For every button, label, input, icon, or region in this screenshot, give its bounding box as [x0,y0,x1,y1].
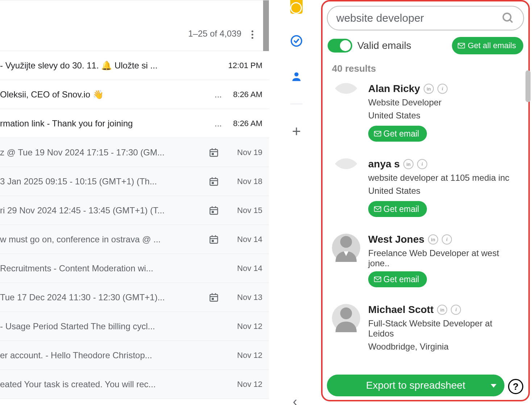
pagination-text: 1–25 of 4,039 [188,29,241,39]
get-email-button[interactable]: Get email [368,201,427,217]
svg-point-27 [503,13,511,21]
email-subject: w must go on, conference in ostrava @ ..… [0,234,207,245]
email-row[interactable]: - Využijte slevy do 30. 11. 🔔 Uložte si … [0,51,269,80]
email-time: 12:01 PM [226,61,262,70]
result-role: Full-Stack Website Developer at Leidos [368,318,519,339]
email-time: 8:26 AM [226,90,262,99]
svg-rect-31 [374,206,381,211]
svg-point-32 [340,236,352,248]
valid-emails-toggle[interactable] [328,39,352,53]
linkedin-badge-icon[interactable]: in [437,305,447,315]
ellipsis-icon: ... [215,118,222,129]
email-row[interactable]: 3 Jan 2025 09:15 - 10:15 (GMT+1) (Th...N… [0,167,269,196]
result-location: United States [368,186,519,196]
info-badge-icon[interactable]: i [442,234,452,245]
result-info: Alan RickyiniWebsite DeveloperUnited Sta… [368,83,519,142]
email-subject: - Usage Period Started The billing cycl.… [0,321,226,331]
email-subject: rmation link - Thank you for joining [0,118,215,129]
result-location: United States [368,110,519,121]
svg-line-28 [510,20,513,23]
export-button[interactable]: Export to spreadsheet [327,375,504,396]
email-row[interactable]: Tue 17 Dec 2024 11:30 - 12:30 (GMT+1)...… [0,283,269,312]
result-item: West JonesiniFreelance Web Developer at … [327,234,524,304]
email-row[interactable]: ri 29 Nov 2024 12:45 - 13:45 (GMT+1) (T.… [0,196,269,225]
email-subject: ri 29 Nov 2024 12:45 - 13:45 (GMT+1) (T.… [0,205,207,216]
calendar-icon [209,147,219,158]
email-row[interactable]: - Usage Period Started The billing cycl.… [0,312,269,341]
result-item: Alan RickyiniWebsite DeveloperUnited Sta… [327,83,524,158]
results-count: 40 results [327,63,524,74]
email-time: Nov 14 [226,235,262,244]
toggle-label: Valid emails [357,40,411,51]
linkedin-badge-icon[interactable]: in [403,159,413,169]
email-time: Nov 12 [226,380,262,389]
get-all-emails-button[interactable]: Get all emails [452,37,523,54]
email-time: Nov 18 [226,177,262,186]
add-addon-button[interactable]: + [288,123,305,140]
email-subject: - Využijte slevy do 30. 11. 🔔 Uložte si … [0,60,226,71]
email-subject: Oleksii, CEO of Snov.io 👋 [0,89,215,100]
get-all-label: Get all emails [468,41,516,50]
ellipsis-icon: ... [215,89,222,100]
chevron-down-icon[interactable] [491,384,496,388]
svg-point-34 [340,308,352,320]
back-chevron-icon[interactable]: ‹ [293,394,297,405]
result-info: West JonesiniFreelance Web Developer at … [368,234,519,287]
email-row[interactable]: er account. - Hello Theodore Christop...… [0,341,269,370]
keep-icon[interactable] [290,0,303,14]
email-time: Nov 13 [226,293,262,302]
result-name: Alan Ricky [368,83,420,95]
svg-rect-15 [210,236,218,243]
help-button[interactable]: ? [508,379,523,394]
email-subject: z @ Tue 19 Nov 2024 17:15 - 17:30 (GM... [0,147,207,158]
svg-rect-9 [212,182,214,184]
email-list: - Využijte slevy do 30. 11. 🔔 Uložte si … [0,51,269,399]
linkedin-badge-icon[interactable]: in [424,84,434,94]
info-badge-icon[interactable]: i [437,84,448,94]
contacts-icon[interactable] [288,68,305,85]
info-badge-icon[interactable]: i [417,159,427,169]
result-location: Woodbridge, Virginia [368,342,519,352]
envelope-icon [374,131,381,137]
svg-rect-33 [374,277,381,281]
side-addons-strip: + [284,0,309,405]
inbox-header: 1–25 of 4,039 [0,0,269,51]
svg-rect-29 [458,43,465,48]
email-row[interactable]: w must go on, conference in ostrava @ ..… [0,225,269,254]
result-name: anya s [368,158,400,170]
get-email-button[interactable]: Get email [368,126,427,142]
avatar [332,234,360,262]
result-name: Michael Scott [368,304,433,316]
controls-row: Valid emails Get all emails [327,37,524,54]
panel-scrollbar-thumb[interactable] [525,70,531,102]
email-row[interactable]: z @ Tue 19 Nov 2024 17:15 - 17:30 (GM...… [0,138,269,167]
result-info: Michael ScottiniFull-Stack Website Devel… [368,304,519,357]
dot-icon [252,37,253,39]
results-list: Alan RickyiniWebsite DeveloperUnited Sta… [327,83,524,368]
more-menu-button[interactable] [247,29,257,39]
export-label: Export to spreadsheet [366,380,465,391]
tasks-icon[interactable] [288,33,305,49]
result-name: West Jones [368,234,424,245]
linkedin-badge-icon[interactable]: in [428,234,438,245]
search-input[interactable] [336,12,502,24]
svg-rect-14 [212,211,214,213]
envelope-icon [374,206,381,212]
email-row[interactable]: rmation link - Thank you for joining...8… [0,109,269,138]
email-pane: 1–25 of 4,039 - Využijte slevy do 30. 11… [0,0,269,405]
envelope-icon [374,276,381,282]
calendar-icon [209,292,219,302]
email-subject: er account. - Hello Theodore Christop... [0,350,226,360]
svg-rect-30 [374,131,381,136]
info-badge-icon[interactable]: i [451,305,461,315]
email-time: 8:26 AM [226,119,262,128]
get-email-button[interactable]: Get email [368,271,427,287]
email-time: Nov 15 [226,206,262,215]
email-row[interactable]: eated Your task is created. You will rec… [0,370,269,399]
envelope-icon [458,43,465,49]
svg-rect-10 [210,207,218,214]
dot-icon [252,34,253,36]
email-row[interactable]: Oleksii, CEO of Snov.io 👋...8:26 AM [0,80,269,109]
email-row[interactable]: Recruitments - Content Moderation wi...N… [0,254,269,283]
avatar [332,83,360,111]
